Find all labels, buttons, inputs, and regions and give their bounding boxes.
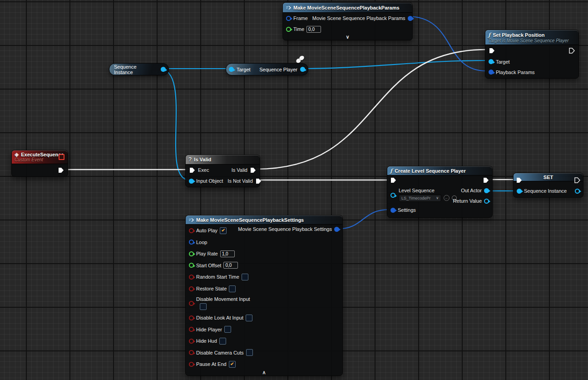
disable-look-at-input-checkbox[interactable] — [246, 315, 252, 321]
node-set-sequence-instance[interactable]: SET Sequence Instance — [513, 173, 583, 198]
node-is-valid[interactable]: ? Is Valid Exec Is Valid Input Object Is… — [185, 155, 260, 187]
delegate-pin[interactable] — [59, 154, 64, 160]
node-title: Make MovieSceneSequencePlaybackSettings — [196, 217, 304, 223]
pin-return-value[interactable] — [484, 199, 489, 204]
pin-time-label: Time — [293, 26, 304, 32]
pin-isnotvalid-label: Is Not Valid — [227, 178, 252, 184]
pin-disable-camera-cuts[interactable] — [189, 350, 194, 355]
pin-restore-state[interactable] — [189, 286, 194, 291]
pin-level-sequence[interactable] — [390, 193, 395, 198]
node-get-sequence-player[interactable]: Target Sequence Player — [226, 63, 308, 75]
pin-loop[interactable] — [189, 240, 194, 245]
chevron-down-icon[interactable]: ∨ — [283, 34, 412, 40]
event-icon: ◈ — [15, 152, 19, 157]
pin-frame[interactable] — [286, 16, 291, 21]
pin-play-rate-label: Play Rate — [196, 251, 218, 256]
pin-settings-out[interactable] — [334, 227, 339, 232]
node-create-level-sequence-player[interactable]: ƒ Create Level Sequence Player Level Seq… — [387, 166, 493, 218]
chevron-up-icon[interactable]: ∧ — [186, 370, 342, 375]
pin-sequence-instance-in[interactable] — [517, 189, 522, 194]
variable-label: Sequence Instance — [112, 64, 155, 75]
mouse-cursor — [296, 55, 306, 64]
pin-output-label: Movie Scene Sequence Playback Params — [312, 15, 405, 21]
pin-settings[interactable] — [390, 208, 395, 213]
pin-input-object[interactable] — [189, 179, 194, 184]
pin-hide-hud-label: Hide Hud — [196, 338, 217, 344]
wire-settings-to-settings[interactable] — [336, 210, 389, 229]
check-icon: ✔ — [230, 362, 234, 366]
node-title: SET — [544, 175, 553, 180]
pin-random-start-time[interactable] — [189, 275, 194, 280]
node-subtitle: Target is Movie Scene Sequence Player — [488, 38, 569, 43]
node-set-playback-position[interactable]: ƒ Set Playback Position Target is Movie … — [485, 30, 579, 79]
pin-disable-movement-input[interactable] — [189, 301, 194, 306]
exec-in-pin[interactable] — [489, 47, 495, 54]
pin-loop-label: Loop — [196, 240, 207, 245]
node-title: Create Level Sequence Player — [395, 168, 466, 174]
node-make-playback-settings[interactable]: Make MovieSceneSequencePlaybackSettings … — [185, 215, 343, 376]
pin-pause-at-end[interactable] — [189, 362, 194, 367]
pin-return-value-label: Return Value — [453, 198, 482, 204]
pin-target-label: Target — [237, 67, 251, 72]
pin-start-offset[interactable] — [189, 263, 194, 268]
exec-out-pin[interactable] — [574, 177, 581, 184]
pin-frame-label: Frame — [293, 15, 308, 21]
function-icon: ƒ — [488, 32, 490, 38]
random-start-time-checkbox[interactable] — [242, 274, 248, 280]
hide-player-checkbox[interactable] — [224, 326, 231, 333]
exec-in-pin[interactable] — [189, 167, 196, 174]
pin-exec-label: Exec — [198, 167, 209, 173]
pin-settings-output-label: Movie Scene Sequence Playback Settings — [238, 226, 332, 232]
play-rate-input[interactable] — [220, 250, 235, 257]
make-struct-icon — [188, 217, 194, 223]
node-title: ExecuteSequence — [21, 152, 64, 157]
pin-disable-movement-input-label: Disable Movement Input — [196, 296, 250, 302]
wire-sequence-instance-to-input-object[interactable] — [159, 69, 189, 180]
time-value-input[interactable] — [306, 26, 321, 33]
pin-playback-params-out[interactable] — [408, 16, 413, 21]
pin-hide-hud[interactable] — [189, 339, 194, 344]
pause-at-end-checkbox[interactable]: ✔ — [229, 361, 236, 368]
exec-in-pin[interactable] — [516, 177, 523, 184]
pin-out-actor-label: Out Actor — [461, 188, 482, 193]
node-title: Make MovieSceneSequencePlaybackParams — [293, 5, 400, 10]
exec-isvalid-out-pin[interactable] — [250, 167, 257, 174]
pin-playback-params-label: Playback Params — [496, 70, 535, 75]
pin-playback-params[interactable] — [489, 70, 494, 75]
exec-in-pin[interactable] — [390, 177, 397, 184]
node-get-sequence-instance[interactable]: Sequence Instance — [109, 63, 169, 75]
pin-start-offset-label: Start Offset — [196, 263, 221, 268]
pin-sequence-instance-out[interactable] — [575, 189, 580, 194]
exec-out-pin[interactable] — [483, 177, 489, 184]
pin-hide-player[interactable] — [189, 327, 194, 332]
exec-out-pin[interactable] — [568, 47, 575, 54]
start-offset-input[interactable] — [223, 262, 238, 269]
pin-target-in[interactable] — [229, 67, 234, 72]
disable-camera-cuts-checkbox[interactable] — [246, 349, 253, 356]
pin-sequence-instance-label: Sequence Instance — [524, 188, 567, 194]
make-struct-icon — [286, 5, 291, 10]
asset-name: LS_TimecodePr — [401, 196, 430, 200]
disable-movement-input-checkbox[interactable] — [200, 303, 207, 310]
question-mark-icon: ? — [188, 156, 192, 163]
pin-target[interactable] — [489, 59, 494, 64]
node-execute-sequence-event[interactable]: ◈ ExecuteSequence Custom Event — [11, 150, 68, 177]
pin-disable-look-at-input[interactable] — [189, 315, 194, 320]
pin-disable-camera-cuts-label: Disable Camera Cuts — [196, 350, 244, 355]
wire-sequence-player-to-target[interactable] — [297, 60, 486, 69]
node-make-playback-params[interactable]: Make MovieSceneSequencePlaybackParams Fr… — [282, 2, 413, 40]
pin-time[interactable] — [286, 27, 291, 32]
pin-hide-player-label: Hide Player — [196, 327, 222, 332]
exec-isnotvalid-out-pin[interactable] — [255, 178, 262, 185]
blueprint-graph-canvas[interactable]: Make MovieSceneSequencePlaybackParams Fr… — [0, 0, 588, 380]
exec-out-pin[interactable] — [58, 167, 64, 174]
pin-sequence-player-out[interactable] — [300, 67, 305, 72]
pin-out-actor[interactable] — [484, 188, 489, 193]
node-title: Is Valid — [194, 157, 211, 162]
pin-random-start-time-label: Random Start Time — [196, 274, 239, 280]
restore-state-checkbox[interactable] — [229, 285, 236, 292]
pin-sequence-instance-out[interactable] — [161, 67, 166, 72]
pin-auto-play[interactable] — [189, 228, 194, 233]
pin-play-rate[interactable] — [189, 251, 194, 256]
hide-hud-checkbox[interactable] — [219, 338, 226, 345]
